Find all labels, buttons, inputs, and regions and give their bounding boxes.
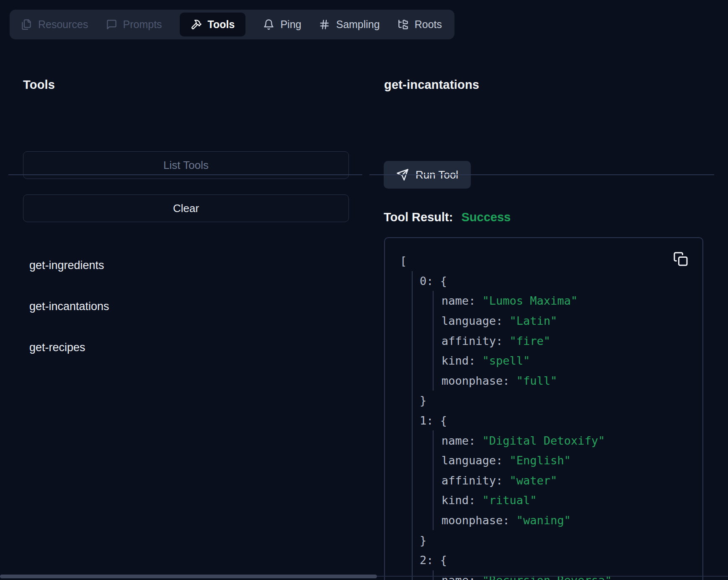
json-item-close: } [420,391,687,411]
json-field-affinity: affinity: "water" [441,471,687,491]
files-icon [21,19,32,30]
nav-tab-resources[interactable]: Resources [21,18,88,31]
tool-detail-title: get-incantations [384,78,714,92]
json-field-language: language: "Latin" [441,311,687,331]
tools-panel: Tools List Tools Clear get-ingredientsge… [8,67,362,382]
copy-result-button[interactable] [673,251,690,267]
json-item-body: name: "Lumos Maxima"language: "Latin"aff… [433,291,687,391]
json-field-moonphase: moonphase: "waning" [441,510,687,531]
tool-detail-panel: get-incantations Run Tool Tool Result: S… [369,67,714,580]
nav-tab-label: Roots [415,18,442,31]
json-field-affinity: affinity: "fire" [441,331,687,351]
message-square-icon [106,19,117,30]
horizontal-scrollbar-thumb[interactable] [0,575,377,578]
json-field-name: name: "Digital Detoxify" [441,430,687,451]
nav-tab-roots[interactable]: Roots [398,18,442,31]
tool-list: get-ingredientsget-incantationsget-recip… [29,259,362,382]
bell-icon [263,19,274,30]
json-field-kind: kind: "ritual" [441,490,687,510]
json-field-language: language: "English" [441,451,687,471]
json-item-body: name: "Recursion Reversa"language: "Lati… [433,570,687,580]
tool-list-item-get-incantations[interactable]: get-incantations [29,300,362,341]
tool-result-json-viewer: [ 0: {name: "Lumos Maxima"language: "Lat… [384,237,703,580]
json-item-close: } [420,530,687,550]
nav-tab-label: Tools [208,18,235,31]
hammer-icon [191,19,202,30]
json-open-bracket: [ [400,251,687,271]
json-item-open: 2: { [420,550,687,570]
nav-tab-label: Ping [280,18,301,31]
tool-result-status: Success [461,210,511,224]
json-item-open: 1: { [420,411,687,431]
nav-tab-ping[interactable]: Ping [263,18,301,31]
json-item-body: name: "Digital Detoxify"language: "Engli… [433,430,687,530]
top-nav-bar: ResourcesPromptsToolsPingSamplingRoots [10,10,454,39]
nav-tab-label: Resources [38,18,88,31]
tools-panel-divider [8,174,362,175]
json-item-open: 0: { [420,271,687,291]
copy-icon [673,251,690,267]
tool-list-item-get-ingredients[interactable]: get-ingredients [29,259,362,300]
tool-list-item-get-recipes[interactable]: get-recipes [29,341,362,382]
json-field-name: name: "Lumos Maxima" [441,291,687,311]
folder-tree-icon [398,19,409,30]
json-field-name: name: "Recursion Reversa" [441,570,687,580]
nav-tab-prompts[interactable]: Prompts [106,18,162,31]
tool-result-line: Tool Result: Success [384,210,714,224]
nav-tab-label: Sampling [336,18,379,31]
hash-icon [319,19,330,30]
json-tree: 0: {name: "Lumos Maxima"language: "Latin… [412,271,687,580]
tools-panel-title: Tools [23,78,362,92]
json-field-kind: kind: "spell" [441,351,687,371]
json-field-moonphase: moonphase: "full" [441,371,687,391]
tool-detail-divider [369,174,714,175]
nav-tab-tools[interactable]: Tools [180,13,246,36]
nav-tab-sampling[interactable]: Sampling [319,18,379,31]
clear-button[interactable]: Clear [23,194,349,222]
nav-tab-label: Prompts [123,18,162,31]
tool-result-label: Tool Result: [384,210,453,224]
